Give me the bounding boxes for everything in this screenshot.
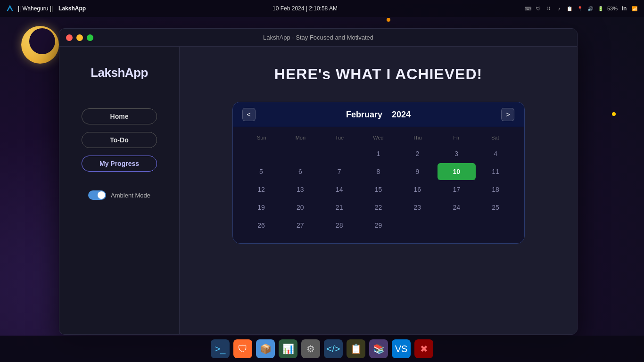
nav-todo-button[interactable]: To-Do (82, 132, 157, 148)
calendar-month-year: February 2024 (346, 110, 411, 120)
close-button[interactable] (66, 34, 73, 41)
taskbar-top-left: || Waheguru || LakshApp (6, 4, 86, 13)
calendar-day[interactable]: 9 (398, 163, 437, 180)
calendar-day[interactable]: 17 (438, 181, 476, 198)
taskbar-app-settings[interactable]: ⚙ (301, 339, 320, 358)
calendar-day[interactable]: 2 (398, 145, 437, 162)
waheguru-label: || Waheguru || (18, 5, 53, 12)
arch-logo-icon (6, 4, 14, 13)
moon-decoration (21, 26, 59, 64)
calendar-weekdays: SunMonTueWedThuFriSat (242, 132, 515, 143)
calendar-day[interactable]: 25 (477, 199, 515, 216)
app-window: LakshApp - Stay Focused and Motivated La… (59, 28, 578, 335)
page-heading: HERE's WHAT I ACHIEVED! (274, 66, 482, 83)
nav-progress-button[interactable]: My Progress (82, 156, 157, 172)
calendar-prev-button[interactable]: < (242, 108, 256, 121)
calendar: < February 2024 > SunMonTueWedThuFriSat (232, 102, 525, 244)
datetime-display: 10 Feb 2024 | 2:10:58 AM (272, 5, 338, 12)
calendar-day[interactable]: 20 (281, 199, 319, 216)
calendar-day[interactable]: 24 (438, 199, 476, 216)
calendar-day[interactable]: 16 (398, 181, 437, 198)
decorative-dot-yellow (612, 112, 616, 116)
calendar-day (281, 145, 319, 162)
calendar-next-button[interactable]: > (501, 108, 514, 121)
calendar-day[interactable]: 22 (359, 199, 397, 216)
taskbar-app-notes[interactable]: 📋 (347, 339, 365, 358)
minimize-button[interactable] (76, 34, 83, 41)
calendar-day[interactable]: 15 (359, 181, 397, 198)
calendar-day[interactable]: 12 (242, 181, 281, 198)
taskbar-app-terminal[interactable]: >_ (211, 339, 230, 358)
calendar-header: < February 2024 > (233, 102, 524, 127)
wifi-icon: 📶 (631, 5, 638, 12)
calendar-year: 2024 (392, 110, 411, 120)
sidebar-logo: LakshApp (91, 66, 148, 80)
decorative-dot-orange (387, 18, 390, 22)
calendar-day[interactable]: 10 (438, 163, 476, 180)
calendar-day[interactable]: 19 (242, 199, 281, 216)
calendar-grid: SunMonTueWedThuFriSat 123456789101112131… (233, 127, 524, 243)
taskbar-app-book[interactable]: 📚 (369, 339, 388, 358)
calendar-day[interactable]: 14 (320, 181, 358, 198)
calendar-weekday: Wed (359, 132, 398, 143)
calendar-day[interactable]: 3 (438, 145, 476, 162)
keyboard-icon: ⌨ (524, 5, 532, 12)
window-content: LakshApp Home To-Do My Progress Ambient … (59, 47, 577, 334)
calendar-day[interactable]: 13 (281, 181, 319, 198)
calendar-day[interactable]: 26 (242, 217, 281, 234)
window-title: LakshApp - Stay Focused and Motivated (263, 34, 373, 41)
battery-icon: 🔋 (597, 5, 604, 12)
calendar-day[interactable]: 8 (359, 163, 397, 180)
sidebar-nav: Home To-Do My Progress (69, 108, 170, 172)
taskbar-app-code1[interactable]: </> (324, 339, 343, 358)
music-icon: ♪ (555, 5, 563, 12)
calendar-day[interactable]: 1 (359, 145, 397, 162)
window-controls (66, 34, 93, 41)
calendar-weekday: Thu (398, 132, 437, 143)
calendar-day[interactable]: 6 (281, 163, 319, 180)
nav-home-button[interactable]: Home (82, 108, 157, 124)
sidebar: LakshApp Home To-Do My Progress Ambient … (59, 47, 180, 334)
grid-icon: ⠿ (545, 5, 553, 12)
taskbar-app-xorg[interactable]: ✖ (414, 339, 433, 358)
battery-percent: 53% (607, 6, 618, 11)
ambient-mode-label: Ambient Mode (111, 192, 150, 199)
main-content: HERE's WHAT I ACHIEVED! < February 2024 … (180, 47, 577, 334)
calendar-day[interactable]: 5 (242, 163, 281, 180)
calendar-day[interactable]: 4 (477, 145, 515, 162)
linkedin-icon: in (620, 5, 628, 12)
calendar-day[interactable]: 27 (281, 217, 319, 234)
calendar-days[interactable]: 1234567891011121314151617181920212223242… (242, 145, 515, 234)
window-titlebar: LakshApp - Stay Focused and Motivated (59, 29, 577, 47)
taskbar-app-monitor[interactable]: 📊 (279, 339, 297, 358)
calendar-day (320, 145, 358, 162)
taskbar-app-brave[interactable]: 🛡 (233, 339, 252, 358)
calendar-weekday: Mon (281, 132, 320, 143)
calendar-day (438, 217, 476, 234)
calendar-day[interactable]: 23 (398, 199, 437, 216)
taskbar-app-vscode[interactable]: VS (392, 339, 411, 358)
calendar-day[interactable]: 29 (359, 217, 397, 234)
toggle-thumb (98, 191, 105, 199)
ambient-mode-toggle[interactable] (88, 190, 106, 200)
system-tray: ⌨ 🛡 ⠿ ♪ 📋 📍 🔊 🔋 53% in 📶 (524, 5, 638, 12)
shield-icon: 🛡 (535, 5, 542, 12)
calendar-day (477, 217, 515, 234)
calendar-day[interactable]: 18 (477, 181, 515, 198)
taskbar-bottom: >_🛡📦📊⚙</>📋📚VS✖ (0, 336, 644, 362)
calendar-day[interactable]: 21 (320, 199, 358, 216)
app-name-top: LakshApp (58, 5, 86, 12)
taskbar-top: || Waheguru || LakshApp 10 Feb 2024 | 2:… (0, 0, 644, 17)
calendar-day (398, 217, 437, 234)
calendar-day[interactable]: 28 (320, 217, 358, 234)
calendar-day[interactable]: 7 (320, 163, 358, 180)
calendar-weekday: Tue (320, 132, 359, 143)
volume-icon: 🔊 (586, 5, 594, 12)
calendar-day[interactable]: 11 (477, 163, 515, 180)
taskbar-app-flathub[interactable]: 📦 (256, 339, 275, 358)
calendar-month: February (346, 110, 382, 120)
desktop: || Waheguru || LakshApp 10 Feb 2024 | 2:… (0, 0, 644, 362)
ambient-mode-row: Ambient Mode (88, 190, 150, 200)
calendar-day (242, 145, 281, 162)
maximize-button[interactable] (87, 34, 93, 41)
